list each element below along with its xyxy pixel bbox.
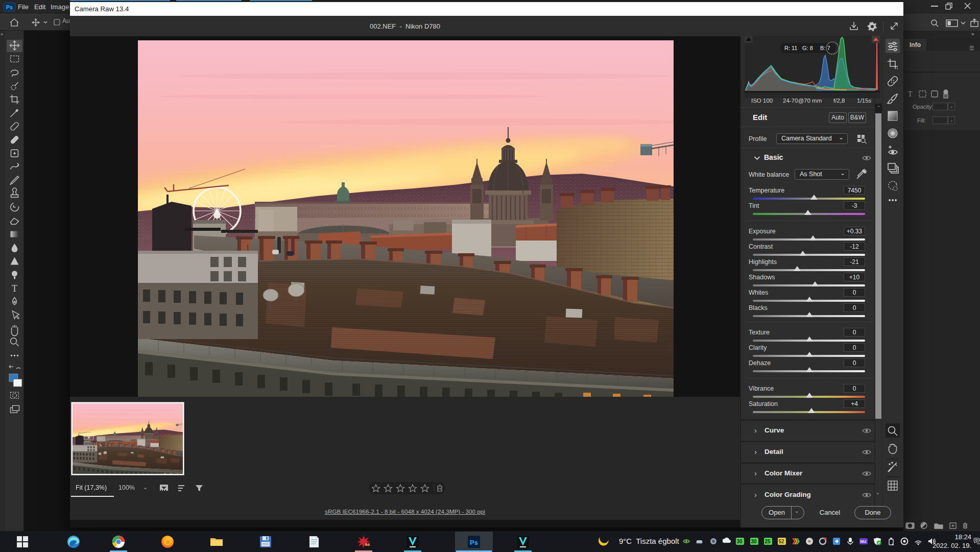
svg-text:T: T [12,283,17,294]
svg-text:Ps: Ps [470,539,478,546]
svg-text:30: 30 [737,539,743,544]
svg-text:B: 7: B: 7 [820,45,830,51]
svg-text:T: T [908,90,913,98]
svg-text:25: 25 [765,539,771,544]
svg-text:1: 1 [978,541,979,544]
svg-text:NU: NU [861,539,867,544]
svg-text:G: 8: G: 8 [802,45,813,51]
svg-text:64: 64 [365,542,370,547]
svg-text:30: 30 [751,539,757,544]
svg-text:R: 11: R: 11 [784,45,797,51]
svg-text:52: 52 [779,539,785,544]
